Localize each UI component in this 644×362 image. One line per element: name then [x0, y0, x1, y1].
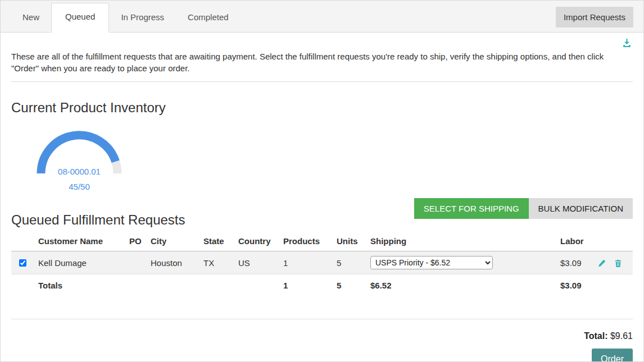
- col-actions: [595, 231, 633, 251]
- intro-text: These are all of the fulfillment request…: [11, 51, 633, 74]
- queue-header: Queued Fulfillment Requests SELECT FOR S…: [11, 198, 633, 225]
- cell-state: TX: [201, 251, 236, 274]
- col-shipping: Shipping: [368, 231, 558, 251]
- inventory-gauge: 08-0000.01 45/50: [20, 124, 139, 196]
- col-labor: Labor: [558, 231, 595, 251]
- tab-completed[interactable]: Completed: [176, 3, 241, 32]
- cell-units: 5: [334, 251, 368, 274]
- totals-labor: $3.09: [558, 274, 595, 297]
- tab-queued[interactable]: Queued: [51, 3, 109, 33]
- cell-country: US: [236, 251, 281, 274]
- queue-table: Customer Name PO City State Country Prod…: [11, 231, 633, 296]
- order-row: Order: [11, 349, 633, 362]
- cell-po: [127, 251, 148, 274]
- col-units: Units: [334, 231, 368, 251]
- totals-label: Totals: [36, 274, 127, 297]
- col-customer-name: Customer Name: [36, 231, 127, 251]
- divider: [11, 81, 633, 82]
- col-country: Country: [236, 231, 281, 251]
- totals-shipping: $6.52: [368, 274, 558, 297]
- tab-in-progress[interactable]: In Progress: [109, 3, 176, 32]
- tab-bar: New Queued In Progress Completed Import …: [1, 1, 643, 33]
- toolbar-row: [11, 33, 633, 48]
- totals-products: 1: [281, 274, 334, 297]
- cell-customer-name: Kell Dumage: [36, 251, 127, 274]
- content-area: These are all of the fulfillment request…: [1, 33, 643, 362]
- col-products: Products: [281, 231, 334, 251]
- tab-new[interactable]: New: [11, 3, 51, 32]
- cell-labor: $3.09: [558, 251, 595, 274]
- edit-row-icon[interactable]: [597, 258, 614, 268]
- fulfillment-page: New Queued In Progress Completed Import …: [0, 0, 644, 362]
- select-for-shipping-button[interactable]: SELECT FOR SHIPPING: [414, 198, 529, 219]
- gauge-value-label: 45/50: [69, 182, 90, 191]
- order-button[interactable]: Order: [592, 349, 633, 362]
- col-state: State: [201, 231, 236, 251]
- table-row: Kell Dumage Houston TX US 1 5 USPS Prior…: [11, 251, 633, 274]
- shipping-option-select[interactable]: USPS Priority - $6.52: [370, 256, 493, 269]
- gauge-product-label: 08-0000.01: [58, 167, 101, 176]
- divider: [11, 319, 633, 319]
- grand-total-label: Total:: [584, 331, 607, 341]
- cell-city: Houston: [148, 251, 201, 274]
- col-po: PO: [127, 231, 148, 251]
- col-city: City: [148, 231, 201, 251]
- bulk-modification-button[interactable]: BULK MODIFICATION: [529, 198, 633, 219]
- gauge-arc-track: [116, 162, 117, 173]
- queue-title: Queued Fulfillment Requests: [11, 213, 185, 227]
- totals-row: Totals 1 5 $6.52 $3.09: [11, 274, 633, 297]
- row-select-checkbox[interactable]: [19, 259, 26, 267]
- totals-units: 5: [334, 274, 368, 297]
- cell-products: 1: [281, 251, 334, 274]
- grand-total-value: $9.61: [610, 331, 633, 341]
- inventory-title: Current Product Inventory: [11, 100, 633, 115]
- table-header-row: Customer Name PO City State Country Prod…: [11, 231, 633, 251]
- import-requests-button[interactable]: Import Requests: [556, 7, 633, 28]
- grand-total: Total: $9.61: [11, 331, 633, 341]
- col-checkbox: [11, 231, 36, 251]
- delete-row-icon[interactable]: [614, 258, 628, 268]
- queue-action-buttons: SELECT FOR SHIPPING BULK MODIFICATION: [414, 198, 633, 219]
- download-icon[interactable]: [622, 40, 632, 49]
